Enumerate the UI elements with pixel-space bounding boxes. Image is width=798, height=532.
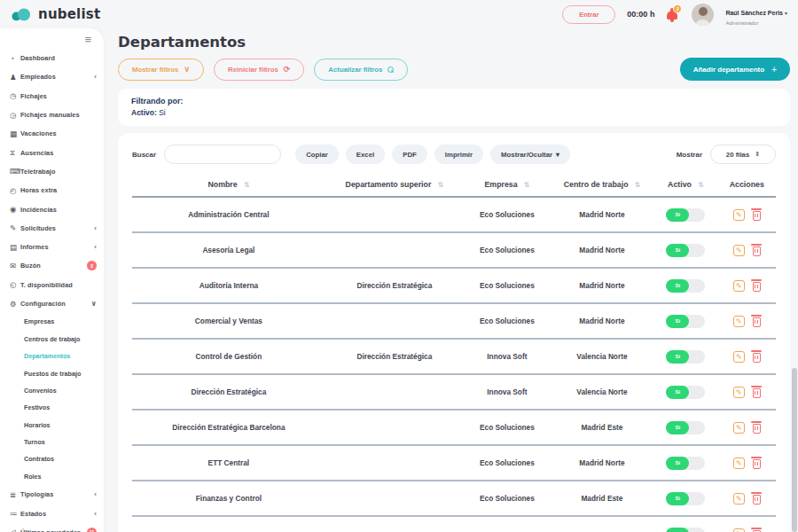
sidebar-item-fichajes-manuales[interactable]: ◶Fichajes manuales (0, 106, 104, 124)
sidebar-item-configuracion[interactable]: ⚙Configuración∨ (0, 294, 104, 313)
sidebar-subitem-turnos[interactable]: Turnos (0, 434, 104, 450)
sidebar-item-informes[interactable]: ▤Informes‹ (0, 238, 104, 256)
sidebar-subitem-departamentos[interactable]: Departamentos (0, 348, 104, 364)
sidebar-item-tipologias[interactable]: ≣Tipologías‹ (0, 485, 104, 504)
export-excel-button[interactable]: Excel (346, 145, 385, 164)
active-toggle[interactable]: Si (666, 350, 705, 364)
trash-icon (753, 459, 761, 469)
menu-toggle-button[interactable]: ≡ (0, 28, 104, 45)
edit-button[interactable]: ✎ (733, 422, 745, 434)
delete-button[interactable] (753, 492, 761, 505)
rows-per-page-select[interactable]: 20 filas ⇕ (710, 145, 776, 164)
sidebar-item-label: Fichajes (20, 92, 47, 100)
sidebar-subitem-empresas[interactable]: Empresas (0, 313, 104, 330)
update-filters-button[interactable]: Actualizar filtros (314, 59, 408, 81)
reset-filters-button[interactable]: Reiniciar filtros ⟳ (214, 59, 304, 81)
delete-button[interactable] (753, 315, 761, 327)
sidebar-subitem-puestos-de-trabajo[interactable]: Puestos de trabajo (0, 364, 104, 381)
cell-active: Si (653, 198, 718, 231)
sidebar-subitem-contratos[interactable]: Contratos (0, 450, 104, 467)
sidebar-item-ausencias[interactable]: ⧖Ausencias (0, 143, 104, 161)
delete-button[interactable] (753, 421, 761, 434)
edit-button[interactable]: ✎ (733, 387, 745, 398)
edit-button[interactable]: ✎ (733, 245, 745, 256)
active-toggle[interactable]: Si (666, 457, 705, 470)
sidebar-subitem-centros-de-trabajo[interactable]: Centros de trabajo (0, 331, 104, 348)
sidebar-subitem-horarios[interactable]: Horarios (0, 417, 104, 434)
sidebar-item-incidencias[interactable]: ◉Incidencias (0, 200, 104, 218)
sidebar-item-horas-extra[interactable]: ◴Horas extra (0, 181, 104, 200)
column-header-nombre[interactable]: Nombre⇅ (132, 173, 325, 196)
sidebar-item-fichajes[interactable]: ◷Fichajes (0, 87, 104, 106)
sidebar-item-estados[interactable]: ≔Estados‹ (0, 504, 104, 522)
cell-work-center: Madrid Este (551, 411, 653, 444)
sidebar-item-label: Fichajes manuales (20, 111, 80, 119)
sidebar-item-vacaciones[interactable]: ▦Vacaciones (0, 124, 104, 143)
edit-button[interactable]: ✎ (733, 280, 745, 292)
show-filters-button[interactable]: Mostrar filtros ∨ (118, 59, 204, 81)
sidebar-item-t-disponibilidad[interactable]: ◵T. disponibilidad (0, 276, 104, 294)
main-content: Departamentos Mostrar filtros ∨ Reinicia… (118, 28, 790, 532)
export-pdf-button[interactable]: PDF (392, 145, 427, 164)
sidebar-subitem-roles[interactable]: Roles (0, 468, 104, 485)
table-row: Finanzas y ControlEco SolucionesMadrid E… (132, 481, 776, 517)
active-toggle[interactable]: Si (666, 208, 705, 222)
sidebar-item-ultimas-novedades[interactable]: ◁Últimas novedades11 (0, 523, 104, 532)
top-header: nubelist Entrar 00:00 h 2 Raúl Sánchez P… (0, 0, 798, 28)
cell-company: Eco Soluciones (464, 446, 551, 480)
user-menu[interactable]: Raúl Sánchez Peris▾ Administrador (725, 2, 787, 27)
sidebar-item-solicitudes[interactable]: ✎Solicitudes‹ (0, 219, 104, 238)
sidebar-item-teletrabajo[interactable]: ⌨Teletrabajo (0, 162, 104, 181)
sidebar-item-label: Ausencias (20, 149, 53, 157)
delete-button[interactable] (753, 528, 761, 532)
sidebar-subitem-festivos[interactable]: Festivos (0, 399, 104, 416)
edit-button[interactable]: ✎ (733, 209, 745, 221)
show-hide-columns-button[interactable]: Mostrar/Ocultar▾ (490, 145, 570, 164)
sidebar-item-label: T. disponibilidad (20, 281, 73, 289)
active-toggle[interactable]: Si (666, 386, 705, 399)
delete-button[interactable] (753, 457, 761, 469)
active-toggle[interactable]: Si (666, 279, 705, 293)
delete-button[interactable] (753, 244, 761, 256)
sidebar-subitem-convenios[interactable]: Convenios (0, 382, 104, 399)
column-header-centro-de-trabajo[interactable]: Centro de trabajo⇅ (551, 173, 653, 196)
delete-button[interactable] (753, 386, 761, 398)
delete-button[interactable] (753, 208, 761, 221)
edit-button[interactable]: ✎ (733, 316, 745, 327)
requests-icon: ✎ (10, 223, 20, 232)
sidebar-item-buzon[interactable]: ✉Buzón2 (0, 256, 104, 275)
employees-icon: ♟ (10, 73, 20, 82)
column-header-empresa[interactable]: Empresa⇅ (464, 173, 551, 196)
delete-button[interactable] (753, 350, 761, 363)
entrar-button[interactable]: Entrar (562, 5, 615, 24)
caret-down-icon: ▾ (556, 151, 559, 159)
logo[interactable]: nubelist (11, 6, 100, 22)
edit-button[interactable]: ✎ (733, 458, 745, 469)
sidebar-item-empleados[interactable]: ♟Empleados‹ (0, 67, 104, 86)
search-input[interactable] (164, 145, 281, 164)
active-toggle[interactable]: Si (666, 492, 705, 505)
avatar[interactable] (692, 4, 714, 26)
table-body: Administración CentralEco SolucionesMadr… (132, 198, 776, 532)
delete-button[interactable] (753, 279, 761, 292)
column-header-activo[interactable]: Activo⇅ (653, 173, 718, 196)
active-toggle[interactable]: Si (666, 421, 705, 434)
export-copiar-button[interactable]: Copiar (295, 145, 339, 164)
count-badge: 2 (87, 261, 97, 270)
export-imprimir-button[interactable]: Imprimir (434, 145, 483, 164)
notifications-button[interactable]: 2 (666, 7, 680, 21)
active-toggle[interactable]: Si (666, 315, 705, 328)
column-header-departamento-superior[interactable]: Departamento superior⇅ (325, 173, 464, 196)
cell-name: Control de Gestión (132, 340, 325, 373)
active-toggle[interactable]: Si (666, 528, 705, 532)
active-toggle[interactable]: Si (666, 244, 705, 257)
scrollbar[interactable] (792, 368, 797, 532)
active-filters-card: Filtrando por: Activo: Si (118, 89, 790, 126)
trash-icon (753, 495, 761, 505)
sidebar-item-dashboard[interactable]: ◔Dashboard (0, 49, 104, 67)
filtering-by-label: Filtrando por: (131, 96, 777, 107)
edit-button[interactable]: ✎ (733, 351, 745, 363)
edit-button[interactable]: ✎ (733, 528, 745, 532)
edit-button[interactable]: ✎ (733, 493, 745, 505)
add-department-button[interactable]: Añadir departamento + (680, 58, 790, 81)
